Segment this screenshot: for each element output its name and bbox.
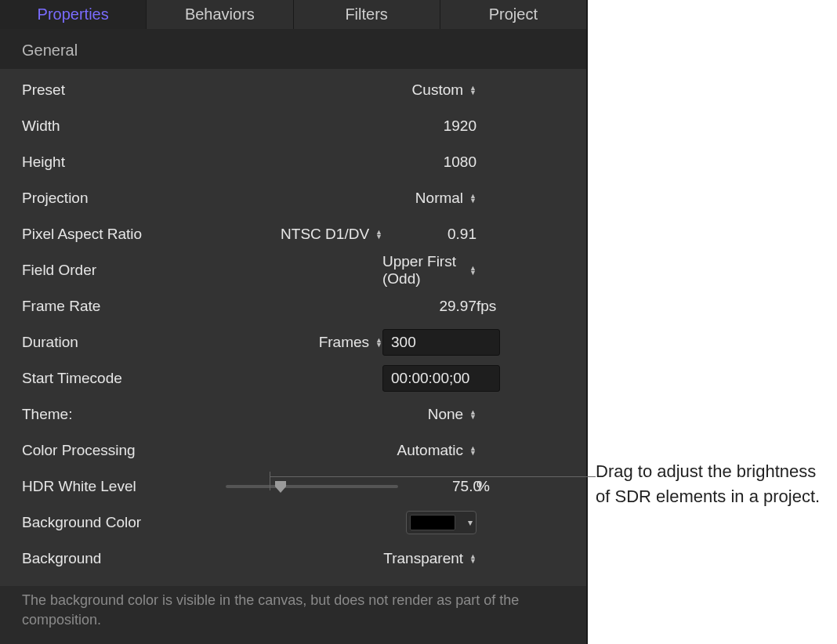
row-hdr-white-level: HDR White Level 75.0 % [0,469,586,505]
updown-icon: ▲▼ [469,410,476,419]
field-order-value: Upper First (Odd) [382,253,463,288]
tab-filters[interactable]: Filters [294,0,440,29]
duration-label: Duration [22,334,226,351]
tab-properties[interactable]: Properties [0,0,147,29]
row-height: Height 1080 [0,144,586,180]
pixel-aspect-select[interactable]: NTSC D1/DV ▲▼ [281,226,382,243]
height-value[interactable]: 1080 [444,154,476,171]
pixel-aspect-numeric[interactable]: 0.91 [447,226,476,243]
width-value[interactable]: 1920 [444,118,476,135]
frame-rate-value[interactable]: 29.97 [439,298,476,315]
frame-rate-unit: fps [476,298,496,315]
updown-icon: ▲▼ [469,194,476,203]
preset-value: Custom [412,81,463,99]
row-pixel-aspect: Pixel Aspect Ratio NTSC D1/DV ▲▼ 0.91 [0,216,586,252]
tab-project[interactable]: Project [440,0,586,29]
tab-behaviors[interactable]: Behaviors [147,0,293,29]
background-value: Transparent [383,550,463,567]
updown-icon: ▲▼ [469,266,476,275]
start-timecode-input[interactable] [382,365,500,392]
row-field-order: Field Order Upper First (Odd) ▲▼ [0,252,586,288]
callout-text: Drag to adjust the brightness of SDR ele… [596,459,823,509]
background-hint: The background color is visible in the c… [0,586,586,644]
projection-label: Projection [22,190,226,207]
callout-tick [270,472,270,490]
row-background-color: Background Color ▾ [0,505,586,541]
preset-label: Preset [22,81,226,99]
duration-mode-select[interactable]: Frames ▲▼ [319,334,382,351]
updown-icon: ▲▼ [469,554,476,563]
row-duration: Duration Frames ▲▼ [0,324,586,360]
projection-select[interactable]: Normal ▲▼ [415,190,476,207]
theme-value: None [428,406,463,423]
row-projection: Projection Normal ▲▼ [0,180,586,216]
height-label: Height [22,154,226,171]
color-processing-select[interactable]: Automatic ▲▼ [397,442,476,459]
background-label: Background [22,550,226,567]
row-start-timecode: Start Timecode [0,360,586,396]
updown-icon: ▲▼ [469,85,476,95]
pixel-aspect-mode: NTSC D1/DV [281,226,369,243]
background-select[interactable]: Transparent ▲▼ [383,550,476,567]
width-label: Width [22,118,226,135]
color-processing-label: Color Processing [22,442,226,459]
updown-icon: ▲▼ [375,338,382,347]
background-color-label: Background Color [22,514,226,531]
hdr-slider[interactable] [226,485,398,488]
hdr-white-level-label: HDR White Level [22,478,226,495]
pixel-aspect-label: Pixel Aspect Ratio [22,226,226,243]
row-color-processing: Color Processing Automatic ▲▼ [0,432,586,469]
projection-value: Normal [415,190,463,207]
inspector-panel: Properties Behaviors Filters Project Gen… [0,0,588,644]
updown-icon: ▲▼ [375,230,382,239]
field-order-label: Field Order [22,262,226,279]
hdr-white-level-value[interactable]: 75.0 [452,478,481,495]
color-swatch [410,515,455,530]
updown-icon: ▲▼ [469,446,476,455]
callout-line [270,476,596,477]
hdr-slider-thumb[interactable] [274,479,288,494]
preset-select[interactable]: Custom ▲▼ [412,81,476,99]
section-header-general: General [0,29,586,69]
start-timecode-label: Start Timecode [22,370,226,387]
row-width: Width 1920 [0,108,586,144]
field-order-select[interactable]: Upper First (Odd) ▲▼ [382,253,476,288]
chevron-down-icon: ▾ [468,517,473,528]
background-color-well[interactable]: ▾ [406,511,476,534]
theme-label: Theme: [22,406,226,423]
duration-input[interactable] [382,329,500,356]
row-preset: Preset Custom ▲▼ [0,72,586,108]
tab-bar: Properties Behaviors Filters Project [0,0,586,29]
theme-select[interactable]: None ▲▼ [428,406,476,423]
color-processing-value: Automatic [397,442,463,459]
row-frame-rate: Frame Rate 29.97 fps [0,288,586,324]
duration-mode: Frames [319,334,369,351]
row-background: Background Transparent ▲▼ [0,541,586,577]
frame-rate-label: Frame Rate [22,298,226,315]
row-theme: Theme: None ▲▼ [0,396,586,432]
properties-rows: Preset Custom ▲▼ Width 1920 He [0,69,586,586]
